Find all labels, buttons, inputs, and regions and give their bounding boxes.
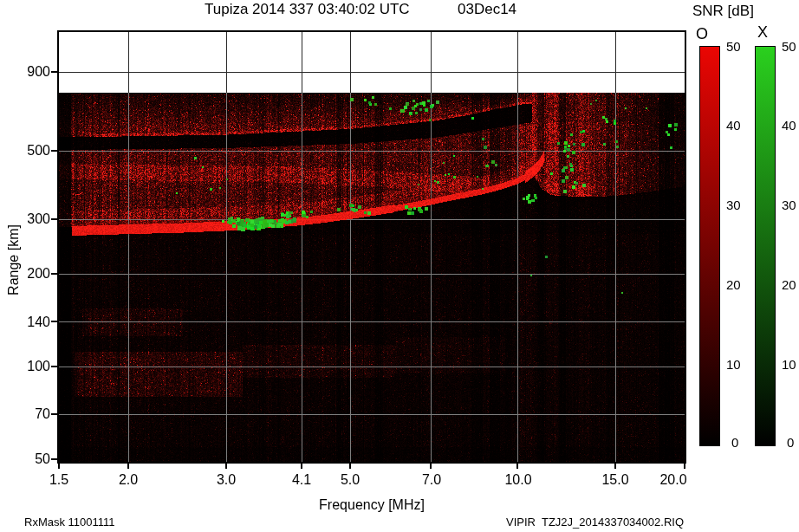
y-tick-300: 300 — [16, 211, 50, 227]
y-tick-70: 70 — [16, 406, 50, 422]
y-tick-500: 500 — [16, 143, 50, 159]
x-colorbar-tick: 0 — [787, 436, 799, 451]
x-tick-10-0: 10.0 — [499, 472, 537, 488]
y-tick-50: 50 — [16, 451, 50, 467]
rxmask-annotation: RxMask 11001111 — [24, 516, 115, 529]
x-mode-label: X — [757, 24, 768, 42]
plot-frame — [57, 30, 686, 464]
o-colorbar-tick: 10 — [726, 358, 752, 373]
x-tick-7-0: 7.0 — [412, 472, 451, 488]
x-colorbar-tick: 50 — [782, 40, 799, 55]
ionogram-figure: Tupiza 2014 337 03:40:02 UTC 03Dec14 SNR… — [0, 0, 799, 532]
o-colorbar-tick: 30 — [726, 198, 752, 213]
y-tick-100: 100 — [16, 359, 50, 374]
o-colorbar-tick: 40 — [726, 119, 752, 133]
x-axis-label: Frequency [MHz] — [285, 497, 458, 513]
plot-title: Tupiza 2014 337 03:40:02 UTC — [205, 2, 410, 18]
x-colorbar-tick: 20 — [782, 278, 799, 293]
x-tick-3-0: 3.0 — [207, 472, 245, 488]
o-colorbar-tick: 0 — [731, 436, 757, 451]
x-colorbar-tick: 40 — [782, 119, 799, 133]
o-colorbar-tick: 50 — [726, 40, 752, 55]
x-tick-2-0: 2.0 — [109, 472, 147, 488]
y-tick-200: 200 — [16, 266, 50, 282]
colorbar-title: SNR [dB] — [692, 3, 754, 20]
x-colorbar — [755, 46, 776, 446]
o-colorbar-tick: 20 — [726, 278, 752, 293]
x-tick-4-1: 4.1 — [283, 472, 321, 488]
x-tick-5-0: 5.0 — [331, 472, 369, 488]
file-annotation: VIPIR TZJ2J_2014337034002.RIQ — [506, 516, 684, 529]
plot-date: 03Dec14 — [458, 2, 516, 18]
y-tick-140: 140 — [16, 315, 50, 330]
y-tick-900: 900 — [16, 64, 50, 80]
x-tick-20-0: 20.0 — [654, 472, 692, 488]
x-tick-15-0: 15.0 — [596, 472, 634, 488]
o-mode-label: O — [696, 26, 708, 43]
x-colorbar-tick: 10 — [782, 358, 799, 373]
o-colorbar — [699, 46, 720, 446]
x-colorbar-tick: 30 — [782, 198, 799, 213]
x-tick-1-5: 1.5 — [40, 472, 78, 488]
